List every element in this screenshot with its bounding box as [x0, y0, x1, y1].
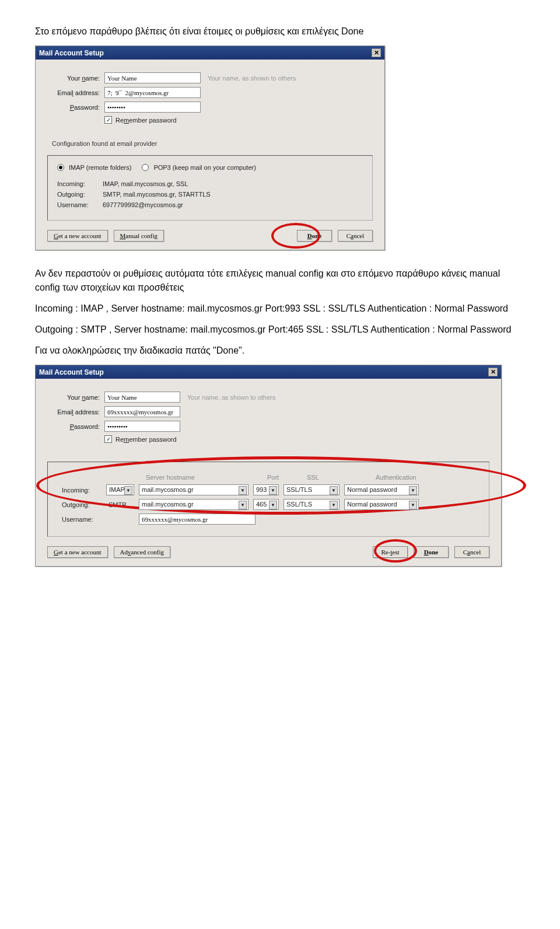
- dialog-title: Mail Account Setup: [39, 49, 104, 57]
- outgoing-label: Outgoing:: [57, 191, 103, 198]
- port-header: Port: [267, 474, 302, 481]
- your-name-hint: Your name, as shown to others: [187, 394, 275, 401]
- radio-checked-icon: [57, 164, 64, 171]
- retest-button[interactable]: Re-test: [373, 546, 408, 558]
- incoming-label: Incoming:: [57, 180, 103, 187]
- remember-password-label: Remember password: [116, 117, 177, 124]
- your-name-field[interactable]: [104, 392, 180, 403]
- radio-unchecked-icon: [142, 164, 149, 171]
- your-name-hint: Your name, as shown to others: [208, 75, 296, 82]
- outgoing-host-select[interactable]: mail.mycosmos.gr: [139, 499, 249, 510]
- incoming-row-label: Incoming:: [62, 487, 102, 494]
- password-label: Password:: [47, 423, 100, 430]
- username-label: Username:: [57, 201, 103, 208]
- username-row-label: Username:: [62, 516, 102, 523]
- cancel-button[interactable]: Cancel: [454, 546, 489, 558]
- outgoing-proto-text: SMTP: [106, 501, 134, 508]
- dialog-title: Mail Account Setup: [39, 368, 104, 376]
- paragraph-done: Για να ολοκληρώσεις την διαδικασία πατάς…: [35, 344, 525, 358]
- imap-radio[interactable]: IMAP (remote folders): [57, 164, 131, 171]
- incoming-port-select[interactable]: 993: [253, 484, 279, 495]
- your-name-label: Your name:: [47, 75, 100, 82]
- pop3-radio[interactable]: POP3 (keep mail on your computer): [142, 164, 256, 171]
- incoming-proto-select[interactable]: IMAP: [106, 484, 134, 495]
- close-icon[interactable]: ✕: [488, 368, 498, 376]
- auth-header: Authentication: [376, 474, 457, 481]
- intro-paragraph: Στο επόμενο παράθυρο βλέπεις ότι είναι έ…: [35, 25, 525, 39]
- get-new-account-button[interactable]: Get a new account: [47, 230, 108, 242]
- paragraph-incoming: Incoming : IMAP , Server hostname: mail.…: [35, 302, 525, 316]
- outgoing-row-label: Outgoing:: [62, 501, 102, 508]
- config-panel: IMAP (remote folders) POP3 (keep mail on…: [47, 155, 373, 221]
- your-name-label: Your name:: [47, 394, 100, 401]
- your-name-field[interactable]: [104, 72, 201, 83]
- titlebar: Mail Account Setup ✕: [36, 46, 384, 60]
- mail-setup-dialog-2: Mail Account Setup ✕ Your name: Your nam…: [35, 365, 502, 567]
- outgoing-value: SMTP, mail.mycosmos.gr, STARTTLS: [103, 191, 211, 198]
- incoming-host-select[interactable]: mail.mycosmos.gr: [139, 484, 249, 495]
- incoming-ssl-select[interactable]: SSL/TLS: [284, 484, 340, 495]
- email-field[interactable]: [104, 406, 180, 417]
- done-button[interactable]: Done: [297, 230, 332, 242]
- email-label: Email address:: [47, 408, 100, 415]
- remember-password-label: Remember password: [116, 436, 177, 443]
- outgoing-port-select[interactable]: 465: [253, 499, 279, 510]
- password-label: Password:: [47, 104, 100, 111]
- server-panel: Server hostname Port SSL Authentication …: [47, 462, 489, 537]
- server-header: Server hostname: [146, 474, 262, 481]
- email-label: Email address:: [47, 89, 100, 96]
- advanced-config-button[interactable]: Advanced config: [114, 546, 170, 558]
- password-field[interactable]: [104, 421, 180, 432]
- manual-config-button[interactable]: Manual config: [114, 230, 164, 242]
- paragraph-outgoing: Outgoing : SMTP , Server hostname: mail.…: [35, 323, 525, 337]
- incoming-auth-select[interactable]: Normal password: [344, 484, 419, 495]
- outgoing-ssl-select[interactable]: SSL/TLS: [284, 499, 340, 510]
- incoming-value: IMAP, mail.mycosmos.gr, SSL: [103, 180, 188, 187]
- paragraph-manual: Αν δεν περαστούν οι ρυθμίσεις αυτόματα τ…: [35, 267, 525, 295]
- close-icon[interactable]: ✕: [372, 48, 381, 57]
- username-field[interactable]: [139, 514, 256, 525]
- cancel-button[interactable]: Cancel: [338, 230, 373, 242]
- ssl-header: SSL: [307, 474, 371, 481]
- remember-password-checkbox[interactable]: ✓: [104, 435, 112, 443]
- username-value: 6977799992@mycosmos.gr: [103, 201, 183, 208]
- remember-password-checkbox[interactable]: ✓: [104, 116, 112, 124]
- outgoing-auth-select[interactable]: Normal password: [344, 499, 419, 510]
- mail-setup-dialog-1: Mail Account Setup ✕ Your name: Your nam…: [35, 46, 385, 250]
- done-button[interactable]: Done: [414, 546, 449, 558]
- titlebar: Mail Account Setup ✕: [36, 365, 501, 379]
- get-new-account-button[interactable]: Get a new account: [47, 546, 108, 558]
- password-field[interactable]: [104, 102, 201, 113]
- config-found-message: Configuration found at email provider: [52, 140, 373, 147]
- email-field[interactable]: [104, 87, 201, 98]
